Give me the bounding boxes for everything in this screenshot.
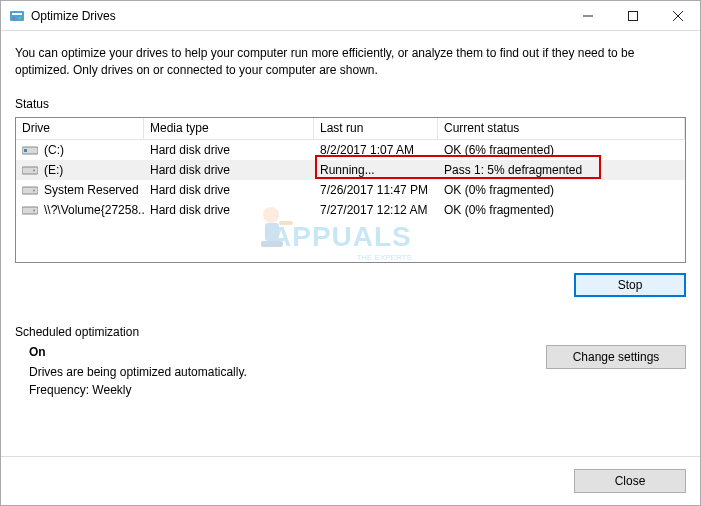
list-row[interactable]: (C:) Hard disk drive 8/2/2017 1:07 AM OK… [16, 140, 685, 160]
svg-rect-9 [24, 149, 27, 152]
list-row[interactable]: System Reserved Hard disk drive 7/26/201… [16, 180, 685, 200]
column-header-media[interactable]: Media type [144, 118, 314, 139]
titlebar: Optimize Drives [1, 1, 700, 31]
column-header-drive[interactable]: Drive [16, 118, 144, 139]
action-buttons-row: Stop [15, 273, 686, 297]
column-header-lastrun[interactable]: Last run [314, 118, 438, 139]
list-header: Drive Media type Last run Current status [16, 118, 685, 140]
drive-name: (C:) [44, 143, 64, 157]
close-button[interactable]: Close [574, 469, 686, 493]
svg-point-11 [33, 169, 35, 171]
status-label: Status [15, 97, 686, 111]
drives-list[interactable]: Drive Media type Last run Current status… [15, 117, 686, 263]
list-rows: (C:) Hard disk drive 8/2/2017 1:07 AM OK… [16, 140, 685, 220]
drive-hdd-icon [22, 184, 38, 196]
list-row[interactable]: \\?\Volume{27258... Hard disk drive 7/27… [16, 200, 685, 220]
drive-hdd-icon [22, 164, 38, 176]
drive-media: Hard disk drive [144, 183, 314, 197]
close-icon [673, 11, 683, 21]
svg-point-2 [13, 16, 15, 18]
svg-rect-1 [12, 13, 22, 15]
drive-media: Hard disk drive [144, 143, 314, 157]
svg-rect-0 [10, 11, 24, 21]
change-settings-button[interactable]: Change settings [546, 345, 686, 369]
window-controls [565, 1, 700, 30]
window: Optimize Drives You can optimize your dr… [0, 0, 701, 506]
close-window-button[interactable] [655, 1, 700, 30]
schedule-line2: Frequency: Weekly [29, 383, 534, 397]
svg-rect-10 [22, 167, 38, 174]
drive-hdd-icon [22, 204, 38, 216]
schedule-section: Scheduled optimization On Drives are bei… [15, 325, 686, 401]
svg-rect-5 [628, 11, 637, 20]
stop-button[interactable]: Stop [574, 273, 686, 297]
description-text: You can optimize your drives to help you… [15, 45, 686, 79]
column-header-status[interactable]: Current status [438, 118, 685, 139]
minimize-button[interactable] [565, 1, 610, 30]
schedule-state: On [29, 345, 534, 359]
content-area: You can optimize your drives to help you… [1, 31, 700, 456]
schedule-label: Scheduled optimization [15, 325, 686, 339]
footer: Close [1, 456, 700, 505]
drive-media: Hard disk drive [144, 203, 314, 217]
minimize-icon [583, 11, 593, 21]
drive-lastrun: 7/26/2017 11:47 PM [314, 183, 438, 197]
drive-name: (E:) [44, 163, 63, 177]
window-title: Optimize Drives [31, 9, 565, 23]
schedule-line1: Drives are being optimized automatically… [29, 365, 534, 379]
maximize-icon [628, 11, 638, 21]
app-icon [9, 8, 25, 24]
svg-point-3 [19, 16, 21, 18]
svg-rect-12 [22, 187, 38, 194]
drive-name: System Reserved [44, 183, 139, 197]
drive-status: OK (6% fragmented) [438, 143, 685, 157]
svg-point-13 [33, 189, 35, 191]
drive-name: \\?\Volume{27258... [44, 203, 144, 217]
svg-rect-14 [22, 207, 38, 214]
list-row[interactable]: (E:) Hard disk drive Running... Pass 1: … [16, 160, 685, 180]
drive-lastrun: 7/27/2017 12:12 AM [314, 203, 438, 217]
drive-c-icon [22, 144, 38, 156]
drive-status: OK (0% fragmented) [438, 203, 685, 217]
drive-lastrun: 8/2/2017 1:07 AM [314, 143, 438, 157]
drive-status: OK (0% fragmented) [438, 183, 685, 197]
drive-status: Pass 1: 5% defragmented [438, 163, 685, 177]
drive-media: Hard disk drive [144, 163, 314, 177]
maximize-button[interactable] [610, 1, 655, 30]
drive-lastrun: Running... [314, 163, 438, 177]
svg-point-15 [33, 209, 35, 211]
